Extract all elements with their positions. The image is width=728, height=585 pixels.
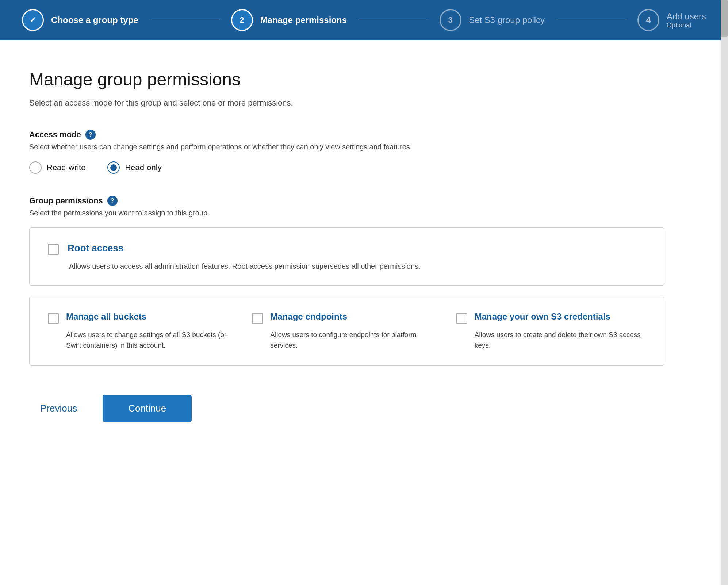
step-1-circle: ✓ (22, 9, 44, 31)
step-2: 2 Manage permissions (231, 9, 347, 31)
scrollbar[interactable] (721, 0, 728, 585)
step-4-subtitle: Optional (667, 22, 706, 29)
page-title: Manage group permissions (29, 69, 664, 89)
radio-read-only-circle (107, 161, 120, 174)
step-2-label: Manage permissions (260, 15, 347, 25)
access-mode-radio-group: Read-write Read-only (29, 161, 664, 174)
step-1-label: Choose a group type (51, 15, 138, 25)
root-access-checkbox[interactable] (48, 244, 59, 255)
manage-s3-credentials-desc: Allows users to create and delete their … (475, 330, 646, 351)
radio-read-write[interactable]: Read-write (29, 161, 85, 174)
step-4-number: 4 (646, 15, 651, 25)
manage-all-buckets-col: Manage all buckets Allows users to chang… (48, 311, 237, 351)
manage-endpoints-checkbox[interactable] (252, 313, 263, 324)
stepper-header: ✓ Choose a group type 2 Manage permissio… (0, 0, 728, 40)
group-permissions-help-icon[interactable]: ? (107, 196, 118, 206)
manage-endpoints-title[interactable]: Manage endpoints (270, 311, 347, 322)
manage-s3-credentials-header: Manage your own S3 credentials (456, 311, 646, 324)
wizard-container: ✓ Choose a group type 2 Manage permissio… (0, 0, 728, 585)
footer-buttons: Previous Continue (29, 387, 664, 422)
connector-1-2 (149, 20, 220, 20)
manage-endpoints-header: Manage endpoints (252, 311, 441, 324)
scrollbar-thumb[interactable] (721, 0, 728, 37)
page-description: Select an access mode for this group and… (29, 98, 664, 108)
connector-2-3 (358, 20, 429, 20)
step-4-label: Add users Optional (667, 11, 706, 29)
group-permissions-label: Group permissions ? (29, 196, 664, 206)
access-mode-label: Access mode ? (29, 130, 664, 140)
manage-s3-credentials-col: Manage your own S3 credentials Allows us… (456, 311, 646, 351)
step-4: 4 Add users Optional (637, 9, 706, 31)
manage-s3-credentials-title[interactable]: Manage your own S3 credentials (475, 311, 610, 322)
manage-all-buckets-checkbox[interactable] (48, 313, 59, 324)
manage-endpoints-desc: Allows users to configure endpoints for … (270, 330, 441, 351)
radio-read-only[interactable]: Read-only (107, 161, 161, 174)
radio-read-write-label: Read-write (47, 163, 85, 172)
root-access-row: Root access (48, 242, 646, 255)
access-mode-text: Access mode (29, 130, 81, 139)
step-3-title: Set S3 group policy (469, 15, 545, 25)
multi-permission-grid: Manage all buckets Allows users to chang… (48, 311, 646, 351)
manage-all-buckets-title[interactable]: Manage all buckets (66, 311, 146, 322)
root-access-title[interactable]: Root access (68, 242, 123, 254)
step-2-title: Manage permissions (260, 15, 347, 25)
step-3-circle: 3 (440, 9, 461, 31)
step-3-label: Set S3 group policy (469, 15, 545, 25)
previous-button[interactable]: Previous (29, 395, 88, 421)
continue-button[interactable]: Continue (103, 395, 192, 422)
manage-s3-credentials-checkbox[interactable] (456, 313, 467, 324)
main-content: Manage group permissions Select an acces… (0, 40, 694, 451)
step-2-number: 2 (240, 15, 244, 25)
root-access-desc: Allows users to access all administratio… (69, 262, 646, 271)
root-access-box: Root access Allows users to access all a… (29, 228, 664, 286)
access-mode-description: Select whether users can change settings… (29, 143, 664, 151)
manage-all-buckets-header: Manage all buckets (48, 311, 237, 324)
step-3-number: 3 (448, 15, 453, 25)
step-4-title: Add users (667, 11, 706, 22)
step-1: ✓ Choose a group type (22, 9, 138, 31)
step-3: 3 Set S3 group policy (440, 9, 545, 31)
radio-read-write-circle (29, 161, 42, 174)
group-permissions-description: Select the permissions you want to assig… (29, 209, 664, 217)
access-mode-help-icon[interactable]: ? (85, 130, 96, 140)
connector-3-4 (556, 20, 627, 20)
multi-permission-box: Manage all buckets Allows users to chang… (29, 297, 664, 366)
manage-endpoints-col: Manage endpoints Allows users to configu… (252, 311, 441, 351)
permissions-section: Group permissions ? Select the permissio… (29, 196, 664, 366)
radio-read-only-label: Read-only (125, 163, 161, 172)
step-4-circle: 4 (637, 9, 659, 31)
manage-all-buckets-desc: Allows users to change settings of all S… (66, 330, 237, 351)
step-1-title: Choose a group type (51, 15, 138, 25)
step-2-circle: 2 (231, 9, 253, 31)
group-permissions-text: Group permissions (29, 196, 103, 206)
